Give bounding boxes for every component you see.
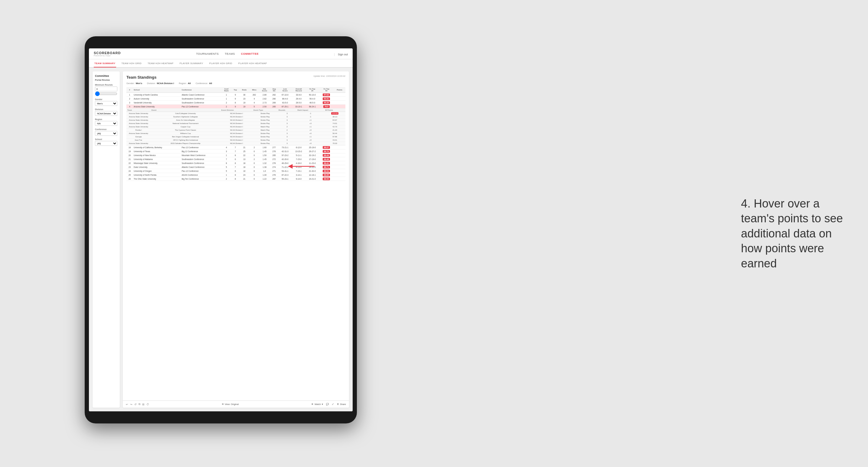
table-container[interactable]: # School Conference ConfRank Top Rnds Wi… [126, 87, 345, 392]
th-rnds: Rnds [239, 87, 249, 93]
nav-right: | Sign out [334, 51, 348, 57]
share-label: Share [340, 403, 346, 406]
watch-button[interactable]: 👁 Watch ▾ [311, 403, 323, 406]
table-row-highlighted[interactable]: 4 Arizona State University Pac-12 Confer… [126, 105, 345, 108]
nav-committee[interactable]: COMMITTEE [241, 52, 259, 55]
td-rnds: 30 [239, 93, 249, 97]
filter-conference: Conference: All [196, 82, 212, 85]
tab-team-summary[interactable]: TEAM SUMMARY [94, 60, 116, 67]
share-button[interactable]: ⬆ Share [337, 403, 346, 406]
table-row[interactable]: 20 University of New Mexico Mountain Wes… [126, 153, 345, 157]
expanded-row[interactable]: Arizona State University Copper Cup NCAA… [126, 125, 345, 129]
panel-header: Team Standings Update time: 13/03/2024 1… [126, 75, 345, 80]
expanded-header-row: Team Event Event Division Event Type Rou… [126, 108, 345, 146]
th-school: School [133, 87, 181, 93]
th-wins: Wins [249, 87, 259, 93]
tab-player-h2h-grid[interactable]: PLAYER H2H GRID [209, 59, 233, 67]
panel-title: Team Standings [126, 75, 156, 80]
table-row[interactable]: 24 University of Oregon Pac-12 Conferenc… [126, 169, 345, 173]
sub-nav: TEAM SUMMARY TEAM H2H GRID TEAM H2H HEAT… [89, 59, 353, 68]
th-top: Top [231, 87, 239, 93]
sidebar-conference-label: Conference [95, 128, 117, 130]
table-row[interactable]: 26 The Ohio State University Big Ten Con… [126, 177, 345, 181]
tab-player-h2h-heatmap[interactable]: PLAYER H2H HEATMAP [238, 59, 268, 67]
th-low-score: LowScore [278, 87, 292, 93]
table-header-row: # School Conference ConfRank Top Rnds Wi… [126, 87, 345, 93]
td-avg-sg: 262 [270, 93, 278, 97]
standings-table: # School Conference ConfRank Top Rnds Wi… [126, 87, 345, 181]
tablet-screen: SCOREBOARD Powered by clippi TOURNAMENTS… [89, 49, 353, 411]
toolbar-right: 👁 Watch ▾ 💬 ⤢ ⬆ [311, 403, 346, 406]
filter-conference-label: Conference: [196, 82, 208, 85]
tab-team-h2h-heatmap[interactable]: TEAM H2H HEATMAP [147, 59, 174, 67]
tab-team-h2h-grid[interactable]: TEAM H2H GRID [121, 59, 143, 67]
sidebar-subheader: Portal Review [95, 79, 117, 82]
filter-region-label: Region: [179, 82, 187, 85]
td-points[interactable]: 97.02 [319, 93, 334, 97]
comment-button[interactable]: 💬 [326, 403, 329, 406]
expanded-row[interactable]: East Tne OFCC Fighting Illini Invitation… [126, 138, 345, 142]
school-select[interactable]: (All) [95, 141, 117, 146]
sidebar-region-label: Region [95, 118, 117, 120]
expanded-row[interactable]: Florida I The Cypress Point Classic NCAA… [126, 129, 345, 132]
table-row[interactable]: 2 Auburn University Southeastern Confere… [126, 97, 345, 101]
table-row[interactable]: 18 University of California, Berkeley Pa… [126, 146, 345, 149]
toolbar-view[interactable]: 👁 View: Original [222, 403, 239, 406]
expanded-row[interactable]: Arizona State University Celc/Collegiate… [126, 112, 345, 115]
gender-select[interactable]: Men's Women's [95, 101, 117, 106]
redo-icon[interactable]: ↪ [130, 403, 132, 406]
update-time: Update time: 13/03/2024 10:03:42 [313, 75, 345, 77]
expanded-row[interactable]: Arizona State University National Invita… [126, 122, 345, 125]
filter-gender: Gender: Men's [126, 82, 142, 85]
sidebar-school-label: School [95, 138, 117, 141]
expanded-row[interactable]: Arizona State University Amer An Interco… [126, 119, 345, 122]
outer-wrapper: SCOREBOARD Powered by clippi TOURNAMENTS… [0, 0, 868, 467]
sidebar-division-label: Division [95, 108, 117, 111]
table-row[interactable]: 22 Mississippi State University Southeas… [126, 161, 345, 165]
content-panel: Team Standings Update time: 13/03/2024 1… [123, 71, 349, 408]
logo-area: SCOREBOARD Powered by clippi [94, 51, 121, 57]
update-time-label: Update time: [313, 75, 326, 77]
sign-out-button[interactable]: Sign out [338, 53, 348, 56]
region-select[interactable]: N/A [95, 121, 117, 126]
th-avg-sg: AvgSG [270, 87, 278, 93]
undo-icon[interactable]: ↩ [126, 403, 128, 406]
expanded-row[interactable]: Arizona State University 2023 Sahalee Pl… [126, 142, 345, 145]
expand-button[interactable]: ⤢ [332, 403, 334, 406]
table-row[interactable]: 21 University of Alabama Southeastern Co… [126, 157, 345, 161]
th-adj-score: Adj.Score [259, 87, 270, 93]
expanded-row[interactable]: Georgia Ben Hogan Collegiate Invitationa… [126, 135, 345, 138]
table-row[interactable]: 3 Vanderbilt University Southeastern Con… [126, 101, 345, 105]
filter-division-value: NCAA Division I [157, 82, 174, 85]
reset-icon[interactable]: ↺ [134, 403, 137, 406]
table-row[interactable]: 23 Duke University Atlantic Coast Confer… [126, 165, 345, 169]
annotation-text: 4. Hover over a team's points to see add… [741, 197, 843, 270]
th-vs-top50: Vs Top50 [319, 87, 334, 93]
nav-teams[interactable]: TEAMS [225, 52, 235, 55]
conference-select[interactable]: (All) [95, 131, 117, 136]
toolbar-left: ↩ ↪ ↺ ⧉ ⊞ ⏱ [126, 403, 149, 406]
comment-icon: 💬 [326, 403, 329, 406]
bottom-toolbar: ↩ ↪ ↺ ⧉ ⊞ ⏱ 👁 View: Original [123, 401, 349, 408]
view-icon: 👁 [222, 403, 224, 406]
expanded-row[interactable]: Arizona State University Southern Highla… [126, 115, 345, 119]
sidebar: Committee Portal Review Minimum Rounds G… [93, 71, 120, 408]
info-icon[interactable]: ⏱ [146, 403, 149, 406]
td-rank: 1 [126, 93, 133, 97]
expanded-row[interactable]: Arizona State University Williams Cup NC… [126, 132, 345, 135]
table-row[interactable]: 19 University of Texas Big 12 Conference… [126, 149, 345, 153]
td-conference: Atlantic Coast Conference [181, 93, 221, 97]
filter-gender-value: Men's [136, 82, 142, 85]
main-content: Committee Portal Review Minimum Rounds G… [89, 68, 353, 411]
copy-icon[interactable]: ⧉ [138, 403, 140, 406]
min-rounds-input[interactable] [95, 87, 117, 91]
tab-player-summary[interactable]: PLAYER SUMMARY [179, 59, 204, 67]
nav-tournaments[interactable]: TOURNAMENTS [196, 52, 219, 55]
table-row[interactable]: 25 University of North Florida ASUN Conf… [126, 173, 345, 177]
table-row[interactable]: 1 University of North Carolina Atlantic … [126, 93, 345, 97]
min-rounds-slider[interactable] [95, 92, 117, 96]
division-select[interactable]: NCAA Division I [95, 111, 117, 116]
th-conference: Conference [181, 87, 221, 93]
td-overall-record: 33-9-0 [292, 93, 306, 97]
paste-icon[interactable]: ⊞ [142, 403, 145, 406]
